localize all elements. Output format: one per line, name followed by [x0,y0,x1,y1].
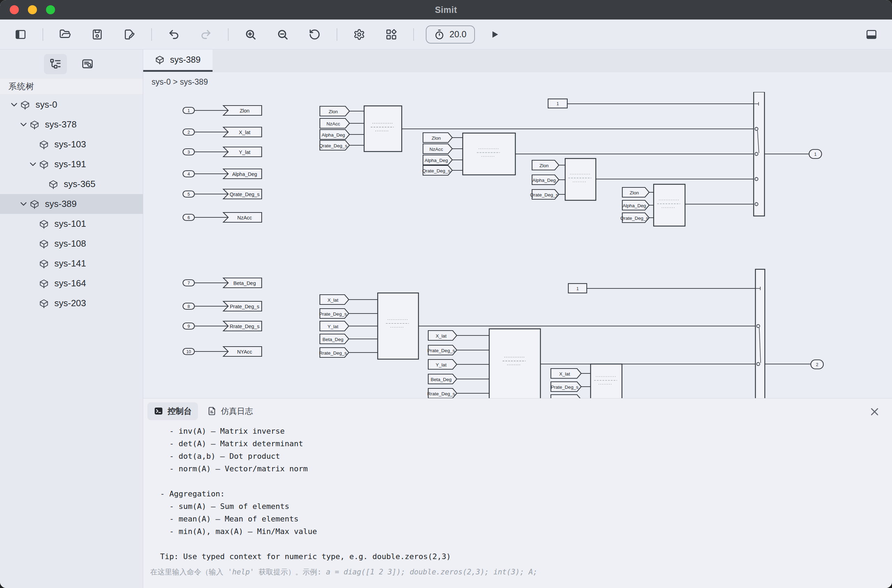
subsystem-block[interactable] [590,364,622,399]
tree-item-sys-108[interactable]: sys-108 [0,234,143,254]
constant-block[interactable]: 1 [568,284,587,293]
sim-time-field[interactable]: 20.0 [426,26,475,44]
goto-tag-NYAcc[interactable]: NYAcc [223,346,262,356]
outport-1[interactable]: 1 [809,150,821,159]
toggle-console-button[interactable] [861,24,881,45]
library-button[interactable] [381,24,401,45]
tree-item-sys-191[interactable]: sys-191 [0,154,143,174]
goto-tag-NzAcc[interactable]: NzAcc [223,213,262,222]
zoom-window-button[interactable] [46,5,55,14]
open-button[interactable] [55,24,75,45]
subsystem-block[interactable] [565,159,596,200]
from-tag-Zlon[interactable]: Zlon [320,106,350,116]
tree-item-sys-389[interactable]: sys-389 [0,194,143,214]
from-tag-Alpha_Deg[interactable]: Alpha_Deg [320,130,350,140]
from-tag-NzAcc[interactable]: NzAcc [423,144,452,154]
minimize-window-button[interactable] [28,5,37,14]
save-as-button[interactable] [119,24,140,45]
from-tag-X_lat[interactable]: X_lat [320,295,349,304]
inport-8[interactable]: 8 [183,303,194,309]
from-tag-Beta_Deg[interactable]: Beta_Deg [320,334,349,344]
tree-item-sys-378[interactable]: sys-378 [0,115,143,135]
chevron-down-icon[interactable] [27,162,39,166]
zoom-in-button[interactable] [240,24,261,45]
breadcrumb[interactable]: sys-0 > sys-389 [143,72,892,92]
chevron-down-icon[interactable] [17,123,30,126]
settings-button[interactable] [349,24,369,45]
tab-sim-log[interactable]: 仿真日志 [201,402,259,420]
chevron-down-icon[interactable] [17,202,30,206]
from-tag-Qrate_Deg_s[interactable]: Qrate_Deg_s [530,189,559,199]
subsystem-block[interactable] [463,133,515,175]
tree-item-sys-365[interactable]: sys-365 [0,174,143,194]
from-tag-Rrate_Deg_s[interactable]: Rrate_Deg_s [319,348,349,357]
goto-tag-Alpha_Deg[interactable]: Alpha_Deg [223,169,262,179]
from-tag-X_lat[interactable]: X_lat [428,331,457,340]
from-tag-Alpha_Deg[interactable]: Alpha_Deg [622,200,649,210]
from-tag-Prate_Deg_s[interactable]: Prate_Deg_s [319,309,349,318]
from-tag-Zlon[interactable]: Zlon [532,160,559,170]
from-tag-Zlon[interactable]: Zlon [622,188,649,197]
run-button[interactable] [485,24,505,45]
from-tag-Qrate_Deg_s[interactable]: Qrate_Deg_s [319,140,350,150]
from-tag-Rrate_Deg_s[interactable]: Rrate_Deg_s [427,388,457,398]
goto-tag-Qrate_Deg_s[interactable]: Qrate_Deg_s [223,189,262,199]
tree-item-sys-103[interactable]: sys-103 [0,135,143,154]
from-tag-Prate_Deg_s[interactable]: Prate_Deg_s [428,345,457,355]
inport-6[interactable]: 6 [183,214,194,220]
zoom-out-button[interactable] [272,24,293,45]
subsystem-block[interactable] [364,106,402,152]
tree-item-sys-141[interactable]: sys-141 [0,254,143,273]
inport-1[interactable]: 1 [183,107,194,114]
tree-item-sys-203[interactable]: sys-203 [0,293,143,313]
tree-item-sys-0[interactable]: sys-0 [0,95,143,115]
subsystem-block[interactable] [489,329,541,399]
from-tag-Zlon[interactable]: Zlon [423,133,452,142]
inport-9[interactable]: 9 [183,323,194,329]
console-input[interactable]: 在这里输入命令（输入 'help' 获取提示）。示例: a = diag([1 … [143,567,892,577]
from-tag-Y_lat[interactable]: Y_lat [428,360,457,369]
redo-button[interactable] [196,24,216,45]
from-tag-Beta_Deg[interactable]: Beta_Deg [428,374,457,384]
list-search-button[interactable] [76,54,99,74]
goto-tag-Rrate_Deg_s[interactable]: Rrate_Deg_s [223,321,262,331]
tree-item-sys-164[interactable]: sys-164 [0,273,143,293]
switch-block[interactable] [754,92,764,216]
goto-tag-Y_lat[interactable]: Y_lat [223,147,262,157]
goto-tag-X_lat[interactable]: X_lat [223,127,262,137]
subsystem-block[interactable] [654,184,685,226]
switch-block[interactable] [755,269,765,399]
inport-7[interactable]: 7 [183,280,194,286]
inport-4[interactable]: 4 [183,171,194,177]
close-window-button[interactable] [10,5,19,14]
tab-console[interactable]: 控制台 [147,402,198,420]
inport-10[interactable]: 10 [183,348,194,355]
diagram-canvas[interactable]: 1Zlon2X_lat3Y_lat4Alpha_Deg5Qrate_Deg_s6… [143,92,892,398]
close-console-button[interactable] [868,405,881,419]
from-tag-X_lat[interactable]: X_lat [551,369,581,378]
outport-2[interactable]: 2 [811,360,823,369]
tab-sys-389[interactable]: sys-389 [143,50,213,72]
goto-tag-Zlon[interactable]: Zlon [223,105,262,115]
from-tag-Alpha_Deg[interactable]: Alpha_Deg [532,175,559,184]
subsystem-block[interactable] [378,293,419,359]
toggle-sidebar-button[interactable] [11,24,31,45]
inport-2[interactable]: 2 [183,129,194,135]
reset-view-button[interactable] [305,24,325,45]
tree-view-button[interactable] [44,54,67,74]
chevron-down-icon[interactable] [8,103,20,106]
from-tag-Qrate_Deg_s[interactable]: Qrate_Deg_s [422,165,452,175]
from-tag-Y_lat[interactable]: Y_lat [320,321,349,331]
goto-tag-Beta_Deg[interactable]: Beta_Deg [223,278,262,288]
inport-5[interactable]: 5 [183,191,194,197]
undo-button[interactable] [164,24,184,45]
from-tag-Qrate_Deg_s[interactable]: Qrate_Deg_s [620,213,649,223]
from-tag-Alpha_Deg[interactable]: Alpha_Deg [423,155,452,165]
goto-tag-Prate_Deg_s[interactable]: Prate_Deg_s [223,302,262,311]
save-button[interactable] [87,24,107,45]
inport-3[interactable]: 3 [183,149,194,155]
constant-block[interactable]: 1 [548,99,567,108]
tree-item-sys-101[interactable]: sys-101 [0,214,143,234]
from-tag-Prate_Deg_s[interactable]: Prate_Deg_s [551,382,581,392]
from-tag-NzAcc[interactable]: NzAcc [320,118,350,128]
